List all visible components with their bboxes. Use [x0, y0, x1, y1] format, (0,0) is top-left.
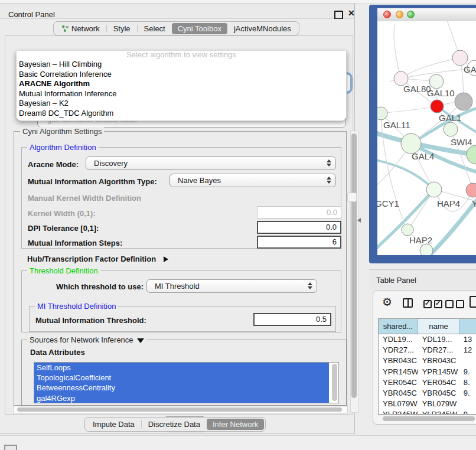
table-row[interactable]: YDL19...YDL19...13: [379, 334, 476, 345]
node-label-swi4: SWI4: [451, 137, 472, 147]
node-label-gal4: GAL4: [412, 151, 434, 161]
network-edge[interactable]: [394, 24, 401, 79]
combo-stepper-icon: [308, 282, 312, 289]
attributes-scroll-thumb[interactable]: [332, 364, 337, 401]
algorithm-item-bayesian-hill-climbing[interactable]: Bayesian – Hill Climbing: [17, 60, 346, 70]
gear-icon[interactable]: ⚙: [382, 296, 392, 308]
network-node[interactable]: [431, 100, 444, 113]
sources-toggle[interactable]: Sources for Network Inference: [27, 335, 146, 344]
split-columns-icon[interactable]: [403, 298, 413, 308]
settings-vertical-scrollbar[interactable]: [350, 131, 358, 413]
mac-minimize-button[interactable]: [396, 11, 403, 18]
attribute-item-betweennesscentrality[interactable]: BetweennessCentrality: [34, 383, 329, 393]
network-node[interactable]: [466, 183, 476, 197]
tab-label: Discretize Data: [148, 420, 200, 429]
table-cell: YPR145W: [418, 367, 459, 377]
table-cell: YER054C: [418, 377, 459, 388]
table-cell: [459, 399, 476, 409]
partial-widget-fragment: [4, 445, 17, 450]
network-node[interactable]: [467, 145, 476, 164]
mi-threshold-field[interactable]: 0.5: [253, 313, 331, 326]
table-header-row: shared...name: [379, 319, 476, 334]
mi-type-combo[interactable]: Naive Bayes: [169, 174, 336, 187]
mi-threshold-definition-title: MI Threshold Definition: [35, 302, 118, 311]
network-edge[interactable]: [381, 113, 407, 230]
hub-definition-toggle[interactable]: Hub/Transcription Factor Definition: [27, 253, 168, 264]
table-row[interactable]: YBR043CYBR043C: [379, 356, 476, 366]
aracne-mode-combo[interactable]: Discovery: [86, 156, 336, 170]
desktop: Control Panel ✕ NetworkStyleSelectCyni T…: [0, 0, 476, 450]
table-cell: 9.: [459, 409, 476, 415]
settings-hscroll-thumb[interactable]: [17, 407, 342, 412]
network-node[interactable]: [420, 244, 433, 255]
manual-kernel-checkbox[interactable]: [347, 193, 357, 202]
panel-splitter-handle[interactable]: [357, 218, 361, 223]
algorithm-item-basic-correlation-inference[interactable]: Basic Correlation Inference: [17, 70, 346, 80]
which-threshold-combo[interactable]: MI Threshold: [146, 279, 317, 293]
table-horizontal-scrollbar[interactable]: [378, 415, 476, 423]
kernel-width-field[interactable]: 0.0: [257, 206, 341, 219]
network-node[interactable]: [429, 74, 444, 89]
table-cell: YBR045C: [418, 388, 459, 399]
float-window-icon[interactable]: [334, 11, 343, 19]
network-node[interactable]: [444, 122, 458, 136]
table-row[interactable]: YER054CYER054C8.: [379, 377, 476, 388]
attribute-item-gal4rgexp[interactable]: gal4RGexp: [34, 393, 329, 403]
mi-steps-field[interactable]: 6: [257, 236, 341, 249]
table-cell: 8.: [459, 377, 476, 388]
attributes-scrollbar[interactable]: [330, 363, 338, 402]
table-row[interactable]: YDR27...YDR27...12: [379, 345, 476, 356]
network-node[interactable]: [452, 50, 468, 66]
table-row[interactable]: YBR045CYBR045C9.: [379, 388, 476, 399]
algorithm-item-dream8-dc-tdc-algorithm[interactable]: Dream8 DC_TDC Algorithm: [17, 109, 346, 119]
tab-cyni-toolbox[interactable]: Cyni Toolbox: [172, 23, 227, 34]
tab-label: Impute Data: [93, 420, 135, 429]
tab-label: Network: [71, 24, 100, 33]
tab-jactivemnodules[interactable]: jActiveMNodules: [227, 24, 298, 34]
network-node[interactable]: [426, 182, 442, 197]
mac-close-button[interactable]: [383, 11, 391, 18]
table-row[interactable]: YBL079WYBL079W: [379, 399, 476, 409]
table-row[interactable]: YLR345WYLR345W9.: [379, 409, 476, 415]
network-node[interactable]: [402, 224, 413, 236]
select-all-columns-icon[interactable]: [423, 300, 442, 308]
settings-vscroll-thumb[interactable]: [351, 133, 357, 398]
which-threshold-label: Which threshold to use:: [56, 282, 144, 291]
export-table-icon[interactable]: [470, 296, 476, 308]
table-hscroll-thumb[interactable]: [383, 416, 475, 421]
attribute-item-topologicalcoefficient[interactable]: TopologicalCoefficient: [34, 373, 329, 383]
threshold-definition-group: Threshold Definition Which threshold to …: [21, 270, 341, 332]
tab-style[interactable]: Style: [107, 24, 137, 34]
tab-network[interactable]: Network: [55, 24, 106, 34]
network-canvas[interactable]: GALGAL80GAL10GAL1GAL11SWI4GAL4GCY1HAP4YH…: [377, 21, 476, 255]
network-edge[interactable]: [401, 58, 460, 79]
column-header-shared[interactable]: shared...: [379, 319, 418, 334]
network-node[interactable]: [401, 133, 421, 154]
network-edge[interactable]: [381, 106, 437, 113]
algorithm-item-bayesian-k2[interactable]: Bayesian – K2: [17, 99, 346, 109]
close-icon[interactable]: ✕: [348, 8, 355, 18]
cyni-algorithm-settings-group: Cyni Algorithm Settings Algorithm Defini…: [14, 131, 347, 406]
column-header-extra[interactable]: [459, 319, 476, 334]
table-row[interactable]: YPR145WYPR145W9.: [379, 367, 476, 377]
table-cell: YLR345W: [379, 409, 418, 415]
attribute-item-selfloops[interactable]: SelfLoops: [34, 363, 329, 373]
deselect-all-columns-icon[interactable]: [445, 300, 464, 308]
algorithm-item-aracne-algorithm[interactable]: ARACNE Algorithm: [17, 79, 346, 89]
algorithm-item-mutual-information-inference[interactable]: Mutual Information Inference: [17, 89, 346, 99]
column-header-name[interactable]: name: [418, 319, 459, 334]
tab-infer-network[interactable]: Infer Network: [207, 419, 264, 430]
node-label-gal10: GAL10: [427, 88, 455, 98]
mac-zoom-button[interactable]: [407, 11, 415, 18]
network-window-titlebar[interactable]: [377, 8, 476, 22]
settings-horizontal-scrollbar[interactable]: [13, 406, 348, 413]
tab-discretize-data[interactable]: Discretize Data: [142, 419, 207, 429]
cyni-toolbox-panel: galFiltered.sif default node Select algo…: [5, 35, 353, 415]
tab-label: Select: [144, 24, 165, 33]
network-view-window[interactable]: GALGAL80GAL10GAL1GAL11SWI4GAL4GCY1HAP4YH…: [369, 5, 476, 263]
tab-impute-data[interactable]: Impute Data: [86, 419, 141, 429]
tab-select[interactable]: Select: [138, 24, 172, 34]
network-node[interactable]: [377, 107, 387, 120]
dpi-tolerance-field[interactable]: 0.0: [257, 221, 341, 234]
network-node[interactable]: [455, 93, 472, 110]
